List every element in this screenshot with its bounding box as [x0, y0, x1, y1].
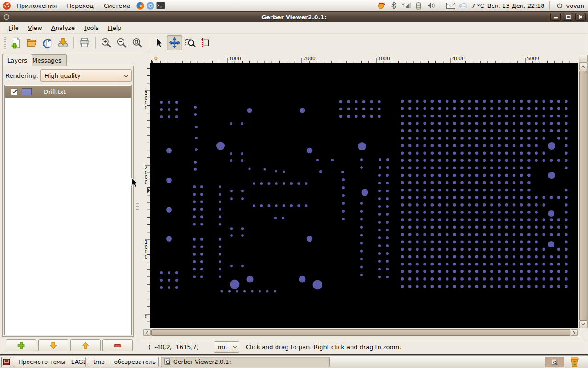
battery-icon[interactable]	[414, 1, 423, 10]
pan-tool-button[interactable]	[167, 35, 182, 50]
drill-dot	[453, 115, 456, 118]
rendering-quality-select[interactable]: High quality	[40, 69, 132, 82]
menu-file[interactable]: File	[4, 23, 23, 33]
clock[interactable]: Вск, 13 Дек, 22:18	[487, 2, 545, 9]
update-notifier-icon[interactable]	[377, 1, 386, 10]
drill-dot	[193, 253, 196, 256]
drill-dot	[565, 233, 568, 236]
chevron-right-icon	[573, 331, 576, 335]
move-layer-up-button[interactable]	[70, 339, 101, 351]
network-signal-icon[interactable]	[401, 1, 411, 10]
bluetooth-icon[interactable]	[389, 1, 398, 10]
drill-dot	[446, 233, 449, 236]
scroll-right-button[interactable]	[571, 329, 578, 336]
toolbar-handle[interactable]	[4, 37, 6, 49]
mail-icon[interactable]	[446, 1, 455, 10]
drill-dot	[490, 189, 493, 192]
drill-dot	[490, 211, 493, 214]
tab-layers[interactable]: Layers	[2, 54, 32, 66]
drill-dot	[378, 182, 381, 184]
menu-tools[interactable]: Tools	[79, 23, 103, 33]
taskbar-window-firefox[interactable]: Просмотр темы - EAGLE •...	[13, 356, 86, 367]
scroll-left-button[interactable]	[143, 329, 151, 336]
layer-color-swatch[interactable]	[22, 88, 32, 95]
drill-dot	[378, 229, 381, 231]
system-menu[interactable]: Система	[99, 1, 135, 11]
scroll-up-button[interactable]	[579, 63, 587, 70]
menu-help[interactable]: Help	[103, 23, 126, 33]
drill-dot	[401, 107, 404, 110]
drill-dot	[247, 276, 254, 283]
titlebar[interactable]: Gerber Viewer2.0.1:	[0, 12, 588, 22]
tab-messages[interactable]: Messages	[27, 54, 67, 66]
maximize-button[interactable]	[563, 13, 573, 21]
crop-tool-button[interactable]	[198, 35, 214, 50]
zoom-region-tool-button[interactable]	[182, 35, 198, 50]
unit-select[interactable]: mil	[214, 341, 239, 353]
drill-dot	[498, 167, 501, 170]
zoom-fit-button[interactable]	[130, 35, 145, 50]
menu-analyze[interactable]: Analyze	[47, 23, 79, 33]
drill-dot	[453, 233, 456, 236]
trash-applet[interactable]	[568, 356, 582, 368]
vertical-scrollbar-thumb[interactable]	[579, 71, 587, 321]
places-menu[interactable]: Переход	[62, 1, 98, 11]
gerber-task-icon	[164, 358, 171, 366]
layer-row-drill[interactable]: Drill.txt	[5, 86, 131, 98]
menu-view[interactable]: View	[23, 23, 47, 33]
remove-layer-button[interactable]	[102, 339, 133, 351]
terminal-launcher-icon[interactable]	[156, 1, 165, 10]
drill-dot	[490, 263, 493, 266]
drill-dot	[527, 196, 531, 199]
user-switcher[interactable]: vovan	[555, 1, 584, 10]
zoom-in-button[interactable]	[98, 35, 114, 50]
scroll-down-button[interactable]	[579, 321, 587, 328]
pointer-tool-button[interactable]	[151, 35, 167, 50]
layer-visibility-checkbox[interactable]	[11, 88, 18, 95]
drill-dot	[468, 167, 471, 170]
open-file-button[interactable]	[24, 35, 40, 50]
ubuntu-logo-icon[interactable]	[2, 1, 11, 10]
drill-dot	[283, 171, 285, 173]
drill-dot	[565, 277, 568, 281]
drill-dot	[423, 225, 426, 229]
drill-dot	[431, 144, 434, 147]
weather-icon[interactable]	[458, 1, 468, 10]
taskbar-window-file-manager[interactable]: tmp — обозреватель фай...	[88, 356, 159, 367]
move-layer-down-button[interactable]	[38, 339, 68, 351]
minimize-button[interactable]	[550, 13, 561, 21]
show-desktop-button[interactable]	[1, 357, 11, 367]
drill-dot	[423, 203, 426, 207]
horizontal-scrollbar-thumb[interactable]	[151, 329, 570, 336]
drill-dot	[360, 210, 363, 213]
panel-splitter[interactable]	[136, 201, 139, 219]
add-layer-button[interactable]	[6, 339, 36, 351]
gerber-canvas[interactable]	[150, 63, 578, 328]
browser-launcher-icon[interactable]	[146, 1, 155, 10]
weather-temperature[interactable]: -7 °C	[469, 2, 484, 9]
chevron-down-icon	[120, 74, 131, 78]
new-file-button[interactable]	[8, 35, 24, 50]
drill-dot	[453, 100, 456, 103]
drill-dot	[557, 137, 560, 140]
drill-dot	[565, 122, 568, 125]
drill-dot	[483, 233, 486, 236]
revert-button[interactable]	[40, 35, 55, 50]
taskbar-window-gerber-viewer[interactable]: Gerber Viewer2.0.1:	[161, 356, 330, 367]
drill-dot	[438, 100, 441, 103]
drill-dot	[342, 210, 345, 213]
zoom-out-button[interactable]	[114, 35, 130, 50]
firefox-launcher-icon[interactable]	[136, 1, 145, 10]
drill-dot	[386, 205, 389, 208]
drill-dot	[408, 122, 412, 125]
print-button[interactable]	[77, 35, 92, 50]
applications-menu[interactable]: Приложения	[12, 1, 61, 11]
drill-dot	[386, 229, 389, 231]
drill-dot	[358, 142, 366, 150]
save-button[interactable]	[55, 35, 71, 50]
volume-icon[interactable]	[426, 1, 435, 10]
workspace-switcher[interactable]	[545, 357, 564, 367]
drill-dot	[513, 115, 516, 118]
close-button[interactable]	[575, 13, 586, 21]
drill-dot	[475, 196, 479, 199]
